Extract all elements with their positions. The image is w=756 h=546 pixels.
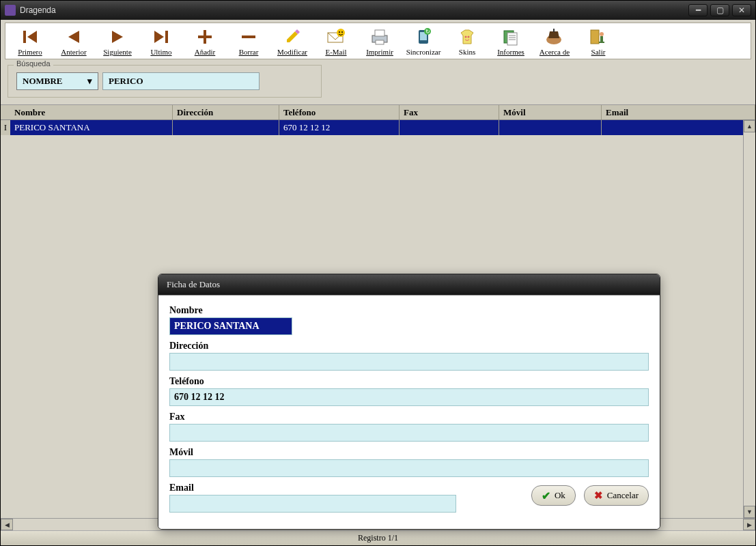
svg-text:↻: ↻ [425,29,430,35]
table-body: I PERICO SANTANA 670 12 12 12 ▲ ▼ Ficha … [1,120,755,518]
modify-button[interactable]: Modificar [273,26,311,56]
scroll-left-icon[interactable]: ◀ [1,519,13,530]
svg-rect-16 [375,30,384,36]
svg-point-14 [341,31,343,33]
dialog-body: Nombre Dirección Teléfono Fax [158,295,660,529]
minimize-button[interactable]: ━ [688,4,708,16]
svg-point-23 [468,36,470,38]
first-icon [19,26,41,48]
sync-icon: ↻ [412,26,434,48]
input-telefono[interactable] [169,388,649,406]
record-dialog: Ficha de Datos Nombre Dirección Teléfono [158,274,660,530]
cell-direccion [173,120,279,135]
search-legend: Búsqueda [14,59,53,68]
maximize-button[interactable]: ▢ [710,4,729,16]
ok-button[interactable]: ✔ Ok [531,485,576,506]
label-email: Email [169,483,523,493]
skins-button[interactable]: Skins [448,26,486,56]
cell-fax [400,120,499,135]
svg-rect-0 [23,31,26,43]
toolbar: Primero Anterior Siguiente Ultimo [5,23,751,59]
cell-email [602,120,755,135]
pencil-icon [281,26,303,48]
app-title: Dragenda [20,5,56,15]
about-icon [544,26,565,48]
sync-button[interactable]: ↻ Sincronizar [404,26,443,56]
scroll-up-icon[interactable]: ▲ [744,120,755,132]
svg-marker-3 [112,31,123,43]
email-button[interactable]: E-Mail [317,26,355,56]
previous-button[interactable]: Anterior [55,26,93,56]
delete-button[interactable]: Borrar [229,26,268,56]
col-direccion[interactable]: Dirección [173,105,279,119]
data-table: Nombre Dirección Teléfono Fax Móvil Emai… [1,104,755,530]
x-icon: ✖ [594,489,603,502]
next-icon [107,26,128,48]
svg-rect-25 [507,33,517,45]
label-fax: Fax [169,412,649,422]
search-field-combo[interactable]: NOMBRE ▾ [16,72,98,90]
tshirt-icon [456,26,478,48]
input-direccion[interactable] [169,353,649,371]
last-icon [150,26,172,48]
toolbar-wrap: Primero Anterior Siguiente Ultimo [1,20,755,59]
table-header: Nombre Dirección Teléfono Fax Móvil Emai… [1,105,755,120]
search-field-combo-label: NOMBRE [23,76,63,87]
add-button[interactable]: Añadir [186,26,224,56]
titlebar: Dragenda ━ ▢ ✕ [1,1,755,20]
col-fax[interactable]: Fax [400,105,499,119]
input-fax[interactable] [169,424,649,442]
col-movil[interactable]: Móvil [499,105,602,119]
col-email[interactable]: Email [602,105,755,119]
record-counter: Registro 1/1 [358,533,398,543]
previous-icon [63,26,85,48]
label-telefono: Teléfono [169,376,649,387]
label-movil: Móvil [169,447,649,458]
first-button[interactable]: Primero [11,26,49,56]
table-row[interactable]: I PERICO SANTANA 670 12 12 12 [1,120,755,135]
svg-rect-31 [591,30,599,44]
svg-marker-2 [68,31,79,43]
main-window: Dragenda ━ ▢ ✕ Primero Anterior [0,0,756,546]
printer-icon [369,26,391,48]
print-button[interactable]: Imprimir [361,26,399,56]
app-icon [5,5,16,16]
label-nombre: Nombre [169,305,649,316]
col-nombre[interactable]: Nombre [10,105,173,119]
svg-rect-7 [198,35,212,38]
email-icon [325,26,347,48]
row-indicator-icon: I [1,120,10,135]
input-movil[interactable] [169,459,649,477]
check-icon: ✔ [542,489,550,502]
reports-button[interactable]: Informes [492,26,530,56]
input-nombre[interactable] [169,317,292,335]
svg-marker-1 [27,31,37,43]
cell-telefono: 670 12 12 12 [279,120,400,135]
svg-rect-30 [553,29,555,32]
vertical-scrollbar[interactable]: ▲ ▼ [743,120,755,518]
cancel-button[interactable]: ✖ Cancelar [584,485,649,506]
svg-marker-4 [154,31,164,43]
exit-icon [587,26,609,48]
scroll-down-icon[interactable]: ▼ [744,506,755,518]
last-button[interactable]: Ultimo [142,26,180,56]
col-telefono[interactable]: Teléfono [279,105,400,119]
next-button[interactable]: Siguiente [98,26,137,56]
label-direccion: Dirección [169,341,649,351]
svg-rect-17 [376,40,384,44]
input-email[interactable] [169,495,456,513]
svg-marker-9 [287,31,298,42]
svg-rect-5 [165,31,168,43]
cell-movil [499,120,602,135]
scroll-right-icon[interactable]: ▶ [743,519,755,530]
svg-point-13 [339,31,340,33]
status-bar: Registro 1/1 [1,530,755,545]
chevron-down-icon: ▾ [87,76,92,87]
exit-button[interactable]: Salir [579,26,617,56]
dialog-title: Ficha de Datos [158,274,660,295]
scroll-track[interactable] [744,132,755,506]
close-button[interactable]: ✕ [732,4,751,16]
svg-point-12 [337,29,345,37]
about-button[interactable]: Acerca de [535,26,574,56]
search-input[interactable] [102,72,260,90]
